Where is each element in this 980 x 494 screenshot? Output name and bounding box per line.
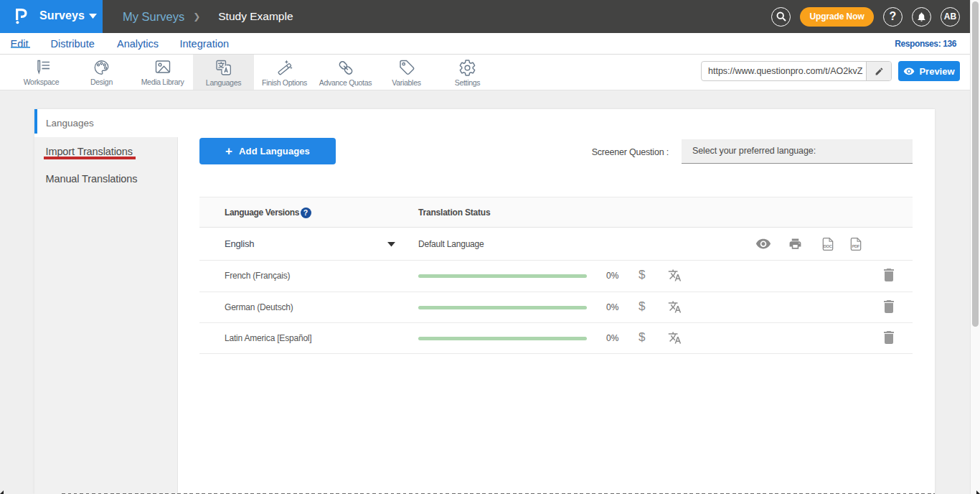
- svg-text:DOC: DOC: [824, 243, 833, 248]
- svg-text:PDF: PDF: [852, 243, 859, 248]
